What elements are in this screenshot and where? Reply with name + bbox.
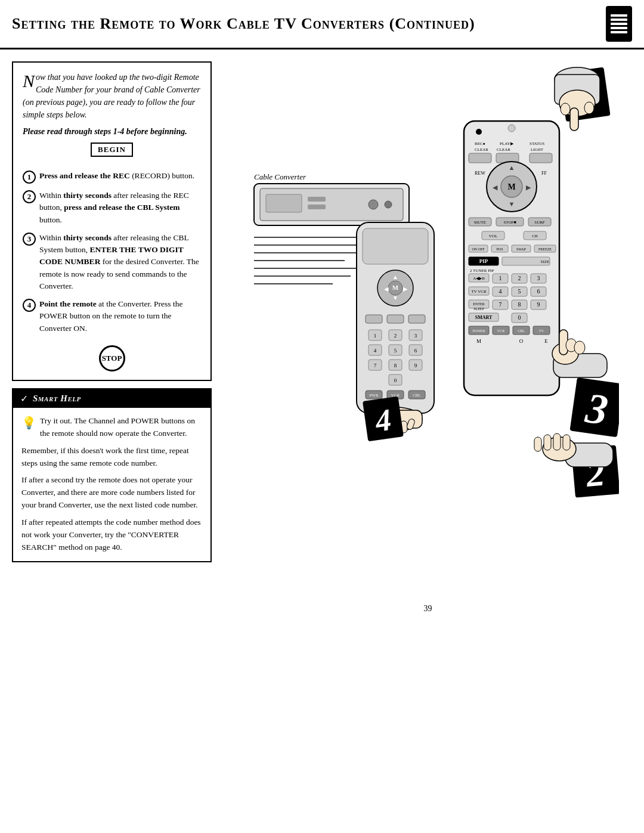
step-3-bold2: ENTER THE TWO DIGIT CODE NUMBER [39,245,184,266]
svg-text:8: 8 [518,301,521,308]
svg-point-14 [385,201,392,208]
svg-text:REW: REW [475,171,485,176]
svg-text:PWR: PWR [369,393,379,398]
step-3-bold1: thirty seconds [63,233,112,242]
step-3: 3 Within thirty seconds after releasing … [23,232,201,292]
svg-text:2: 2 [518,275,521,281]
page-title: Setting the Remote to Work Cable TV Conv… [12,15,475,33]
svg-rect-76 [469,153,491,163]
svg-text:CLEAR: CLEAR [497,147,510,152]
smart-help-header: ✓ Smart Help [13,389,210,408]
smart-help-content: 💡 Try it out. The Channel and POWER butt… [13,408,210,561]
icon-line-1 [611,14,627,17]
svg-text:POWER: POWER [472,329,485,333]
svg-point-157 [574,341,585,354]
svg-text:7: 7 [373,363,376,368]
svg-text:TV: TV [539,329,544,333]
svg-text:SURF: SURF [534,220,545,225]
svg-text:SIZE: SIZE [540,259,549,264]
svg-text:TV VCR: TV VCR [471,289,487,294]
svg-text:4: 4 [373,348,376,354]
step-1-text: Press and release the REC (RECORD) butto… [39,170,194,182]
drop-cap: N [23,72,35,90]
svg-text:SLEEP: SLEEP [473,307,484,311]
hand-3-group [552,330,607,377]
svg-text:5: 5 [394,348,397,354]
step-3-text: Within thirty seconds after releasing th… [39,232,201,292]
svg-text:▼: ▼ [392,295,398,301]
left-column: Now that you have looked up the two-digi… [12,61,212,813]
svg-text:POS: POS [496,247,503,251]
svg-text:ON OFF: ON OFF [472,247,485,251]
svg-text:E: E [544,338,548,344]
bold-note: Please read through steps 1-4 before beg… [23,127,201,137]
svg-text:2: 2 [394,333,397,339]
instructions-box: Now that you have looked up the two-digi… [12,61,212,381]
step-4-number: 4 [23,299,36,312]
svg-text:SMART: SMART [475,315,492,320]
step-2-bold1: thirty seconds [63,191,112,200]
right-column: 1 Cable Converter [224,61,632,813]
svg-text:M: M [392,284,398,291]
svg-point-69 [508,125,515,132]
svg-text:▲: ▲ [508,164,515,171]
svg-text:0: 0 [394,377,397,383]
page-wrapper: Setting the Remote to Work Cable TV Conv… [0,0,644,833]
smart-help-box: ✓ Smart Help 💡 Try it out. The Channel a… [12,388,212,562]
svg-text:M: M [507,182,515,191]
icon-line-4 [611,27,627,29]
svg-rect-163 [544,435,551,450]
svg-rect-32 [387,315,404,323]
svg-text:9: 9 [537,301,540,308]
step-3-number: 3 [23,233,36,246]
stop-badge: STOP [99,345,125,371]
svg-text:ENTER: ENTER [473,302,484,306]
svg-text:6: 6 [414,348,417,354]
page-number: 39 [224,598,632,625]
step-1-bold: Press and release the REC [39,171,130,180]
svg-text:VOL: VOL [488,234,497,239]
svg-rect-78 [530,153,552,163]
svg-point-68 [476,129,482,135]
svg-text:▲: ▲ [392,274,398,280]
svg-text:4: 4 [499,288,501,295]
svg-text:8: 8 [394,363,397,368]
svg-point-6 [561,103,570,115]
svg-text:VCR: VCR [497,329,504,333]
step-4-text: Point the remote at the Converter. Press… [39,298,201,335]
hand-1-group [555,67,600,131]
svg-text:3: 3 [414,333,417,339]
step-2: 2 Within thirty seconds after releasing … [23,190,201,226]
remote-icon [606,6,632,42]
svg-point-7 [584,102,594,114]
smart-help-p1-row: 💡 Try it out. The Channel and POWER butt… [21,415,202,440]
svg-text:◀: ◀ [493,184,498,191]
svg-text:PLAY▶: PLAY▶ [500,141,514,146]
svg-text:0: 0 [518,314,521,321]
svg-text:MUTE: MUTE [474,220,486,225]
svg-rect-11 [308,197,326,202]
step-4: 4 Point the remote at the Converter. Pre… [23,298,201,335]
svg-text:FF: FF [541,171,547,176]
content-area: Now that you have looked up the two-digi… [0,49,644,825]
svg-text:7: 7 [499,301,501,308]
svg-text:STOP■: STOP■ [503,220,516,225]
svg-text:9: 9 [414,363,417,368]
svg-rect-31 [366,315,382,323]
svg-text:A◀▶B: A◀▶B [473,276,485,281]
icon-line-5 [611,31,627,33]
smart-help-p4: If after repeated attempts the code numb… [21,516,202,554]
page-header: Setting the Remote to Work Cable TV Conv… [0,0,644,49]
svg-rect-23 [363,228,428,264]
illustration-svg: 1 Cable Converter [237,61,619,598]
step-2-number: 2 [23,190,36,203]
cable-converter-box [254,184,409,225]
svg-text:1: 1 [499,275,501,281]
svg-text:FREEZE: FREEZE [538,247,552,251]
svg-text:6: 6 [537,288,540,295]
svg-point-13 [369,200,378,209]
svg-rect-10 [266,194,302,212]
svg-text:2 TUNER PIP: 2 TUNER PIP [470,268,494,273]
svg-text:3: 3 [537,275,540,281]
intro-text: Now that you have looked up the two-digi… [23,71,201,121]
